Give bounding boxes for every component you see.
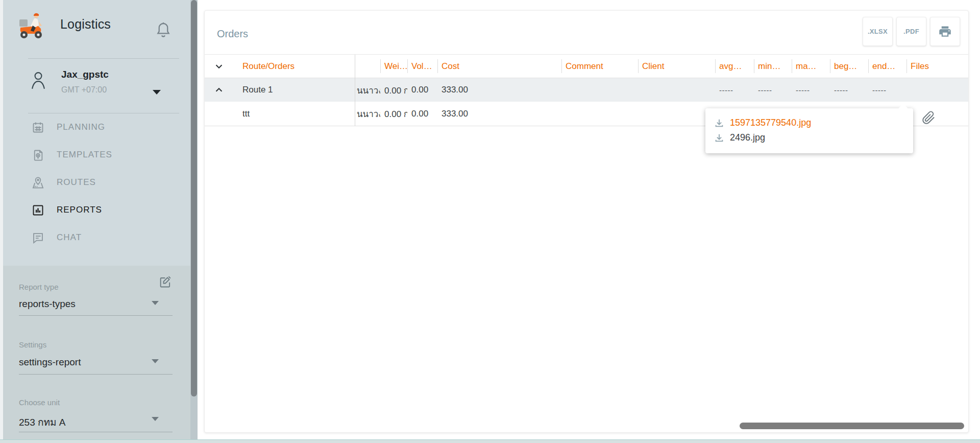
report-type-select[interactable]: reports-types bbox=[19, 298, 149, 310]
report-type-label: Report type bbox=[19, 283, 59, 291]
cell-address: นนาวงประชาพั… bbox=[355, 78, 380, 102]
sidebar: Logistics Jax_gpstc GMT +07:00 bbox=[3, 0, 190, 266]
sidebar-item-label: CHAT bbox=[57, 232, 82, 243]
sidebar-item-label: REPORTS bbox=[57, 205, 102, 215]
vertical-scrollbar[interactable] bbox=[190, 0, 198, 443]
column-header-end[interactable]: end… bbox=[868, 55, 906, 78]
collapse-all-chevron-icon[interactable] bbox=[205, 55, 233, 78]
file-name: 1597135779540.jpg bbox=[730, 118, 811, 128]
cell-files bbox=[906, 78, 969, 102]
cell-max: ----- bbox=[792, 78, 830, 102]
orders-panel: Orders .XLSX .PDF Route/Orders bbox=[204, 10, 969, 433]
cell-address: นนาวงประชาพั… bbox=[355, 102, 380, 126]
column-header-cost[interactable]: Cost bbox=[437, 55, 561, 78]
calendar-icon bbox=[31, 121, 45, 134]
sidebar-nav: PLANNING TEMPLATES bbox=[6, 113, 193, 251]
file-name: 2496.jpg bbox=[730, 132, 765, 143]
cell-order-name: ttt bbox=[233, 102, 355, 126]
export-xlsx-button[interactable]: .XLSX bbox=[863, 17, 893, 46]
app-title: Logistics bbox=[60, 17, 111, 32]
orders-panel-header: Orders .XLSX .PDF bbox=[205, 11, 968, 55]
cell-files bbox=[906, 102, 969, 126]
sidebar-item-label: ROUTES bbox=[57, 177, 96, 188]
divider bbox=[19, 374, 173, 375]
cell-comment bbox=[561, 102, 638, 126]
files-popup: 1597135779540.jpg 2496.jpg bbox=[705, 108, 913, 153]
sidebar-item-chat[interactable]: CHAT bbox=[6, 224, 193, 251]
cell-min: ----- bbox=[754, 78, 792, 102]
cell-avg: ----- bbox=[715, 78, 754, 102]
cell-begin: ----- bbox=[830, 78, 868, 102]
file-download-link[interactable]: 1597135779540.jpg bbox=[714, 115, 913, 130]
divider bbox=[19, 315, 173, 316]
choose-unit-select[interactable]: 253 กทม A bbox=[19, 414, 149, 430]
file-download-link[interactable]: 2496.jpg bbox=[714, 130, 913, 145]
chat-bubble-icon bbox=[31, 231, 45, 245]
print-button[interactable] bbox=[930, 17, 960, 46]
frozen-column-divider bbox=[355, 55, 355, 126]
cell-client bbox=[638, 102, 715, 126]
divider bbox=[28, 58, 179, 59]
column-header-route-orders[interactable]: Route/Orders bbox=[233, 55, 355, 78]
edit-report-icon[interactable] bbox=[158, 274, 173, 289]
notifications-bell-icon[interactable] bbox=[155, 19, 172, 40]
user-timezone: GMT +07:00 bbox=[61, 85, 107, 95]
column-header-begin[interactable]: beg… bbox=[830, 55, 868, 78]
export-toolbar: .XLSX .PDF bbox=[863, 17, 960, 46]
download-icon bbox=[714, 118, 725, 129]
cell-cost: 333.00 bbox=[437, 102, 561, 126]
cell-volume: 0.00 bbox=[407, 102, 437, 126]
column-header-client[interactable]: Client bbox=[638, 55, 715, 78]
cell-end: ----- bbox=[868, 78, 906, 102]
report-type-caret-icon[interactable] bbox=[152, 301, 159, 305]
column-header-volume[interactable]: Vol… bbox=[407, 55, 437, 78]
user-menu-caret-icon[interactable] bbox=[153, 90, 161, 95]
column-header-address[interactable] bbox=[355, 55, 380, 78]
cell-route-name: Route 1 bbox=[233, 78, 355, 102]
sidebar-item-planning[interactable]: PLANNING bbox=[6, 113, 193, 141]
column-header-min[interactable]: min… bbox=[754, 55, 792, 78]
sidebar-item-reports[interactable]: REPORTS bbox=[6, 196, 193, 224]
printer-icon bbox=[938, 25, 952, 38]
column-header-max[interactable]: ma… bbox=[792, 55, 830, 78]
column-header-weight[interactable]: Wei… bbox=[380, 55, 407, 78]
cell-weight: 0.00 ก bbox=[380, 78, 407, 102]
bar-chart-icon bbox=[31, 203, 45, 217]
collapse-route-chevron-icon[interactable] bbox=[205, 78, 233, 102]
logistics-app: Logistics Jax_gpstc GMT +07:00 bbox=[0, 0, 980, 443]
cell-client bbox=[638, 78, 715, 102]
sidebar-item-routes[interactable]: ROUTES bbox=[6, 169, 193, 196]
column-header-files[interactable]: Files bbox=[906, 55, 969, 78]
attachment-paperclip-icon[interactable] bbox=[922, 111, 936, 125]
cell-weight: 0.00 ก bbox=[380, 102, 407, 126]
column-header-avg[interactable]: avg… bbox=[715, 55, 754, 78]
vertical-scrollbar-thumb[interactable] bbox=[191, 0, 197, 397]
scooter-logo-icon bbox=[15, 10, 46, 41]
sidebar-item-templates[interactable]: TEMPLATES bbox=[6, 141, 193, 169]
orders-table-header: Route/Orders Wei… Vol… Cost Comment Clie… bbox=[205, 55, 968, 78]
choose-unit-caret-icon[interactable] bbox=[152, 417, 159, 421]
map-pin-icon bbox=[31, 176, 45, 190]
download-icon bbox=[714, 132, 725, 144]
user-name: Jax_gpstc bbox=[61, 69, 109, 80]
column-header-comment[interactable]: Comment bbox=[561, 55, 638, 78]
settings-caret-icon[interactable] bbox=[152, 359, 159, 363]
divider bbox=[19, 432, 173, 432]
export-pdf-button[interactable]: .PDF bbox=[896, 17, 926, 46]
sidebar-item-label: PLANNING bbox=[57, 122, 105, 132]
page-title: Orders bbox=[217, 28, 248, 40]
table-row-route-1[interactable]: Route 1 นนาวงประชาพั… 0.00 ก 0.00 333.00… bbox=[205, 78, 968, 102]
sidebar-item-label: TEMPLATES bbox=[57, 150, 112, 160]
template-document-icon bbox=[31, 148, 45, 162]
cell-comment bbox=[561, 78, 638, 102]
choose-unit-label: Choose unit bbox=[19, 398, 60, 407]
cell-volume: 0.00 bbox=[407, 78, 437, 102]
cell-expander bbox=[205, 102, 233, 126]
horizontal-scrollbar-thumb[interactable] bbox=[740, 423, 964, 429]
cell-cost: 333.00 bbox=[437, 78, 561, 102]
bottom-page-strip bbox=[0, 439, 980, 443]
settings-select[interactable]: settings-report bbox=[19, 357, 149, 368]
settings-label: Settings bbox=[19, 340, 46, 349]
user-avatar-icon bbox=[30, 69, 47, 91]
